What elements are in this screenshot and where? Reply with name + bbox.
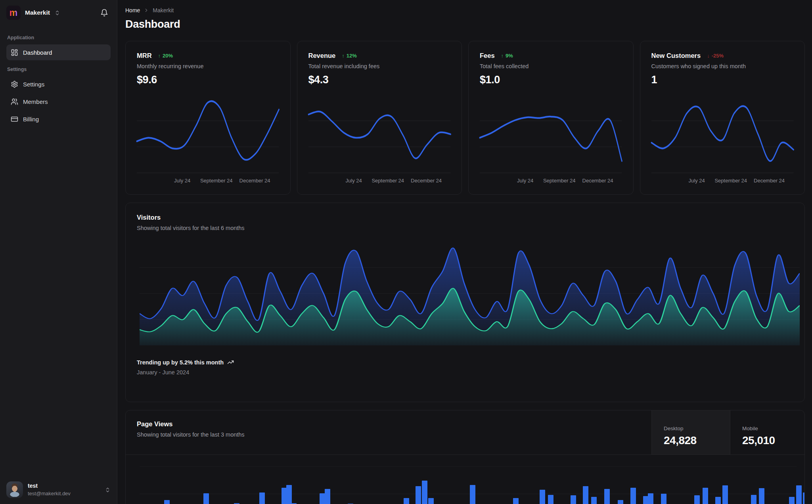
trend-down-icon: ↓ (707, 53, 710, 59)
tab-desktop[interactable]: Desktop 24,828 (651, 410, 730, 454)
bar (715, 497, 721, 504)
users-icon (11, 98, 18, 105)
dashboard-icon (11, 49, 18, 56)
bar (604, 489, 610, 504)
stat-title: Fees (480, 52, 495, 59)
bar (404, 498, 409, 504)
bar (591, 497, 597, 504)
bar (703, 488, 708, 504)
x-tick: September 24 (714, 178, 747, 184)
page-views-subtitle: Showing total visitors for the last 3 mo… (137, 431, 640, 438)
sidebar-item-label: Billing (23, 116, 39, 123)
sidebar-item-label: Settings (23, 81, 44, 88)
tab-label: Mobile (742, 425, 793, 431)
bar (470, 485, 475, 504)
bar (259, 493, 265, 504)
notifications-bell-icon[interactable] (99, 7, 110, 18)
bar (630, 488, 636, 504)
page-title: Dashboard (125, 18, 805, 31)
trend-badge: ↑ 20% (158, 53, 173, 59)
workspace-selector[interactable]: m Makerkit (6, 6, 99, 20)
trend-up-icon: ↑ (342, 53, 345, 59)
bar (618, 500, 623, 504)
stat-value: $9.6 (137, 74, 279, 86)
tab-mobile[interactable]: Mobile 25,010 (730, 410, 804, 454)
credit-card-icon (11, 115, 18, 123)
bar (428, 498, 434, 504)
stat-card-fees: Fees ↑ 9% Total fees collected $1.0 July… (468, 41, 634, 195)
visitors-subtitle: Showing total visitors for the last 6 mo… (137, 225, 793, 231)
x-tick: December 24 (754, 178, 785, 184)
makerkit-logo: m (6, 6, 21, 20)
bar (540, 490, 545, 504)
tab-value: 24,828 (664, 434, 718, 447)
workspace-name: Makerkit (25, 9, 50, 16)
mrr-sparkline-chart[interactable]: July 24 September 24 December 24 (137, 95, 279, 186)
stat-value: 1 (651, 74, 794, 86)
sidebar-item-label: Members (23, 98, 48, 105)
chevrons-up-down-icon (105, 487, 111, 493)
page-views-card: Page Views Showing total visitors for th… (125, 410, 805, 504)
x-tick: September 24 (372, 178, 404, 184)
visitors-period: January - June 2024 (137, 369, 793, 376)
main-content: Home Makerkit Dashboard MRR ↑ 20% Monthl… (117, 0, 812, 504)
visitors-trend-text: Trending up by 5.2% this month (137, 359, 224, 366)
sidebar-item-label: Dashboard (23, 49, 52, 56)
revenue-sparkline-chart[interactable]: July 24 September 24 December 24 (308, 95, 451, 186)
stat-card-new-customers: New Customers ↓ -25% Customers who signe… (640, 41, 805, 195)
trend-up-icon: ↑ (501, 53, 504, 59)
bar (320, 493, 325, 504)
bar (789, 497, 795, 504)
bar (803, 493, 805, 504)
user-menu[interactable]: test test@makerkit.dev (0, 475, 117, 504)
trend-value: 9% (506, 53, 513, 59)
sidebar-nav: Application Dashboard Settings Settings … (0, 24, 117, 475)
sidebar-item-dashboard[interactable]: Dashboard (6, 44, 111, 60)
sidebar: m Makerkit Application Dashboard Setting… (0, 0, 117, 504)
x-tick: December 24 (582, 178, 613, 184)
stat-card-mrr: MRR ↑ 20% Monthly recurring revenue $9.6… (125, 41, 291, 195)
stat-title: Revenue (308, 52, 336, 59)
breadcrumb-home[interactable]: Home (125, 7, 140, 13)
x-tick: September 24 (200, 178, 233, 184)
fees-sparkline-chart[interactable]: July 24 September 24 December 24 (480, 95, 622, 186)
x-tick: December 24 (411, 178, 442, 184)
nav-section-settings: Settings (7, 67, 111, 72)
stat-subtitle: Monthly recurring revenue (137, 63, 279, 69)
trend-value: 12% (347, 53, 357, 59)
chevron-right-icon (144, 8, 149, 13)
breadcrumb-current: Makerkit (153, 7, 174, 13)
stat-subtitle: Customers who signed up this month (651, 63, 794, 69)
bar (203, 493, 209, 504)
bar (325, 489, 330, 504)
bar (286, 485, 292, 504)
bar (796, 485, 802, 504)
bar (422, 481, 427, 504)
sidebar-item-members[interactable]: Members (6, 94, 111, 109)
tab-label: Desktop (664, 425, 718, 431)
sidebar-item-settings[interactable]: Settings (6, 76, 111, 92)
nav-section-application: Application (7, 35, 111, 40)
stat-card-row: MRR ↑ 20% Monthly recurring revenue $9.6… (125, 41, 805, 195)
customers-sparkline-chart[interactable]: July 24 September 24 December 24 (651, 95, 794, 186)
bar (648, 493, 653, 504)
sidebar-item-billing[interactable]: Billing (6, 111, 111, 127)
gridline (140, 494, 797, 494)
bar (694, 495, 700, 504)
trend-badge: ↓ -25% (707, 53, 724, 59)
tab-value: 25,010 (742, 434, 793, 447)
avatar (6, 481, 23, 498)
visitors-area-chart[interactable] (140, 241, 800, 345)
user-email: test@makerkit.dev (28, 491, 100, 497)
stat-title: New Customers (651, 52, 701, 59)
page-views-bar-chart[interactable] (140, 455, 797, 504)
bar (759, 488, 764, 504)
user-name: test (28, 483, 100, 490)
x-tick: July 24 (689, 178, 705, 184)
stat-subtitle: Total fees collected (480, 63, 622, 69)
trend-badge: ↑ 9% (501, 53, 513, 59)
stat-value: $4.3 (308, 74, 451, 86)
breadcrumb: Home Makerkit (125, 7, 805, 13)
trend-value: 20% (163, 53, 173, 59)
bar (583, 486, 588, 504)
